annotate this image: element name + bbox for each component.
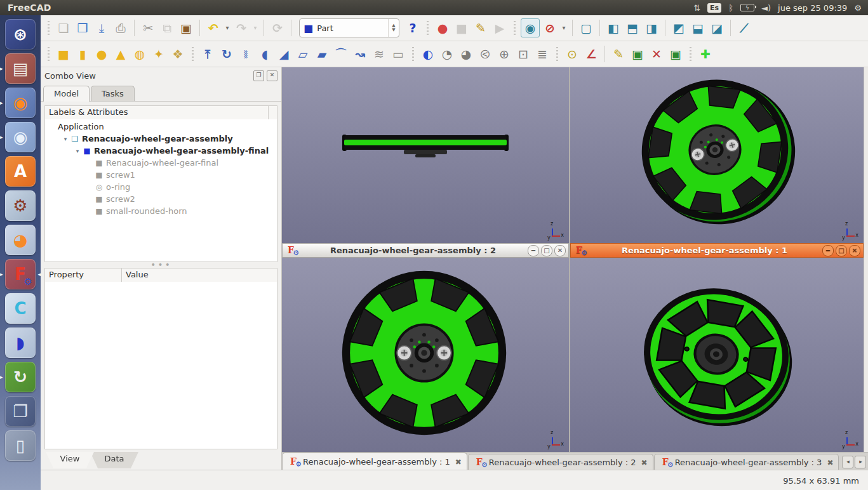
freecad-icon[interactable]: F⚙▸◂ — [5, 259, 36, 289]
toolbar-grip[interactable] — [555, 47, 559, 61]
window-tab[interactable]: F⚙Renacuajo-wheel-gear-assembly : 1✖ — [282, 453, 467, 470]
value-column[interactable]: Value — [122, 268, 277, 282]
expander-icon[interactable]: ▾ — [73, 148, 82, 154]
close-button[interactable]: ✕ — [849, 245, 860, 256]
tree-item[interactable]: ■screw2 — [45, 193, 277, 205]
view-left-icon[interactable]: ◪ — [708, 19, 726, 37]
measure-angular-icon[interactable]: ∠ — [582, 45, 600, 63]
tab-close-icon[interactable]: ✖ — [641, 458, 648, 467]
toolbar-grip[interactable] — [688, 47, 693, 61]
measure-annotation-icon[interactable]: ✎ — [610, 45, 627, 63]
toolbar-grip[interactable] — [46, 47, 51, 61]
part-join-connect-icon[interactable]: ⊕ — [495, 45, 513, 63]
keyboard-layout-indicator[interactable]: Es — [707, 3, 721, 13]
subwindow-titlebar-active[interactable]: F⚙ Renacuajo-wheel-gear-assembly : 1 − □… — [570, 243, 864, 258]
view-top-icon[interactable]: ⬒ — [624, 19, 641, 37]
workbench-spinner[interactable]: ▲▼ — [388, 19, 399, 37]
cut-icon[interactable]: ✂ — [139, 19, 157, 37]
viewport-3d-front-view[interactable]: zyx — [282, 258, 569, 452]
property-table-body[interactable] — [44, 282, 277, 449]
panel-splitter[interactable]: ⦁ ⦁ ⦁ — [41, 262, 281, 267]
part-union-icon[interactable]: ◕ — [457, 45, 475, 63]
part-mirror-icon[interactable]: ⧚ — [237, 45, 255, 63]
tree-item[interactable]: Application — [45, 121, 277, 133]
file-cabinet-icon[interactable]: ▤▸ — [5, 53, 36, 84]
part-join-embed-icon[interactable]: ⊡ — [514, 45, 532, 63]
system-settings-icon[interactable]: ⚙ — [5, 190, 36, 221]
software-updater-icon[interactable]: ↻▸ — [5, 362, 36, 392]
part-cone-icon[interactable]: ▲ — [112, 45, 130, 63]
software-center-icon[interactable]: A — [5, 156, 36, 187]
part-fillet-icon[interactable]: ◖ — [256, 45, 274, 63]
new-document-icon[interactable]: ❏ — [55, 19, 72, 37]
toolbar-grip[interactable] — [190, 47, 195, 61]
spinner-down-icon[interactable]: ▼ — [392, 28, 395, 32]
firefox-icon[interactable]: ◉▸ — [5, 88, 36, 118]
macro-edit-icon[interactable]: ✎ — [472, 19, 490, 37]
minimize-button[interactable]: − — [822, 245, 834, 256]
undo-caret-icon[interactable]: ▾ — [224, 19, 231, 37]
part-cross-sections-icon[interactable]: ▭ — [389, 45, 407, 63]
part-compound-icon[interactable]: ≣ — [533, 45, 551, 63]
paste-icon[interactable]: ▣ — [177, 19, 195, 37]
view-front-icon[interactable]: ◧ — [604, 19, 622, 37]
minimize-button[interactable]: − — [528, 245, 539, 256]
blender-icon[interactable]: ◕ — [5, 225, 36, 255]
zoom-fit-all-icon[interactable]: ◉ — [521, 18, 540, 37]
print-icon[interactable]: ⎙ — [112, 19, 130, 37]
measure-distance-icon[interactable]: ⟋ — [735, 19, 753, 37]
measure-clear-all-icon[interactable]: ▣ — [629, 45, 646, 63]
part-create-primitives-icon[interactable]: ✦ — [150, 45, 168, 63]
tab-view[interactable]: View — [46, 452, 94, 468]
view-bottom-icon[interactable]: ⬓ — [689, 19, 707, 37]
panel-close-icon[interactable]: ✕ — [267, 70, 277, 81]
tree-item[interactable]: ■screw1 — [45, 169, 277, 181]
view-right-icon[interactable]: ◨ — [643, 19, 660, 37]
part-torus-icon[interactable]: ◍ — [131, 45, 149, 63]
tab-data[interactable]: Data — [90, 452, 138, 468]
part-section-icon[interactable]: ≋ — [370, 45, 388, 63]
mdi-right-gutter[interactable] — [864, 67, 868, 452]
close-button[interactable]: ✕ — [554, 245, 566, 256]
part-ruled-surface-icon[interactable]: ▰ — [313, 45, 331, 63]
part-cut-icon[interactable]: ◔ — [438, 45, 456, 63]
cura-icon[interactable]: C — [5, 293, 36, 324]
viewport-3d-isometric-view[interactable]: zyx — [570, 67, 864, 243]
measure-toggle-all-icon[interactable]: ✕ — [648, 45, 665, 63]
part-sphere-icon[interactable]: ● — [93, 45, 110, 63]
viewport-3d-side-view[interactable]: zyx — [282, 67, 569, 243]
view-axonometric-icon[interactable]: ▢ — [577, 19, 595, 37]
part-revolve-icon[interactable]: ↻ — [218, 45, 236, 63]
open-document-icon[interactable]: ❒ — [74, 19, 91, 37]
tree-item[interactable]: ■small-rounded-horn — [45, 205, 277, 217]
tab-scroll-left-icon[interactable]: ◂ — [842, 456, 853, 468]
view-rear-icon[interactable]: ◩ — [670, 19, 688, 37]
tree-item[interactable]: ■Renacuajo-wheel-gear-final — [45, 157, 277, 169]
property-column[interactable]: Property — [45, 268, 122, 282]
save-document-icon[interactable]: ⤓ — [93, 19, 110, 37]
volume-icon[interactable]: ◄) — [761, 3, 771, 13]
part-cylinder-icon[interactable]: ▮ — [74, 45, 91, 63]
part-box-icon[interactable]: ■ — [55, 45, 72, 63]
part-boolean-icon[interactable]: ◐ — [419, 45, 437, 63]
macro-record-icon[interactable]: ● — [434, 19, 451, 37]
part-chamfer-icon[interactable]: ◢ — [275, 45, 293, 63]
meshlab-icon[interactable]: ◗ — [5, 328, 36, 358]
bluetooth-icon[interactable]: ᛒ — [728, 3, 733, 13]
toolbar-grip[interactable] — [46, 21, 51, 35]
draw-style-caret-icon[interactable]: ▾ — [560, 19, 568, 37]
tab-scroll-right-icon[interactable]: ▸ — [855, 456, 866, 468]
part-loft-icon[interactable]: ⌒ — [332, 45, 350, 63]
measure-linear-icon[interactable]: ⊙ — [563, 45, 581, 63]
maximize-button[interactable]: □ — [541, 245, 552, 256]
part-extrude-icon[interactable]: ⤒ — [199, 45, 217, 63]
part-intersection-icon[interactable]: ⧀ — [476, 45, 494, 63]
part-sweep-icon[interactable]: ↝ — [351, 45, 369, 63]
expander-icon[interactable]: ▾ — [61, 136, 70, 142]
battery-icon[interactable]: ϟ — [740, 4, 754, 11]
dash-home-icon[interactable]: ⊛ — [5, 19, 36, 50]
tab-tasks[interactable]: Tasks — [91, 86, 135, 101]
measure-toggle-3d-icon[interactable]: ▣ — [667, 45, 684, 63]
whats-this-icon[interactable]: ? — [404, 19, 422, 37]
tab-close-icon[interactable]: ✖ — [455, 458, 462, 467]
